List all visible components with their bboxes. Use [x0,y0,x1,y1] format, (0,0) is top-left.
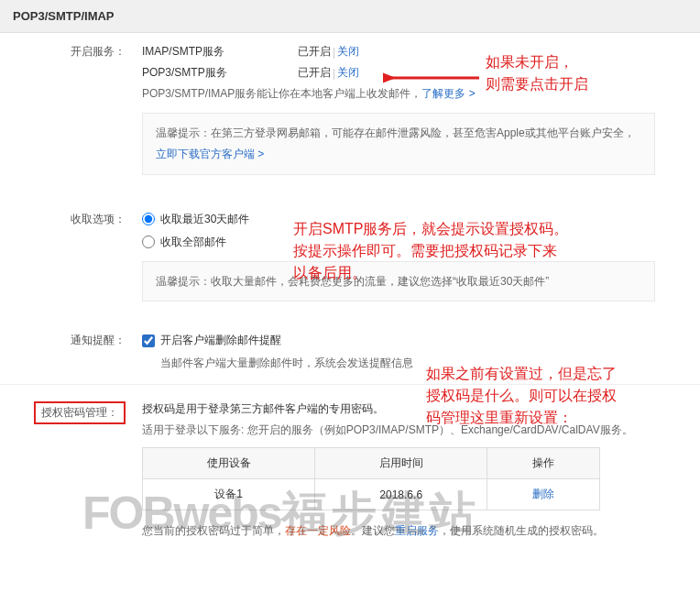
auth-table: 使用设备 启用时间 操作 设备1 2018.6.6 删除 [142,447,600,510]
delete-link[interactable]: 删除 [532,488,554,500]
receive-tip: 温馨提示：收取大量邮件，会耗费您更多的流量，建议您选择“收取最近30天邮件” [142,261,655,302]
receive-label: 收取选项： [0,212,142,302]
table-row: 设备1 2018.6.6 删除 [143,479,600,510]
notify-checkbox-row[interactable]: 开启客户端删除邮件提醒 [142,333,689,348]
separator [0,384,700,385]
notify-subnote: 当邮件客户端大量删除邮件时，系统会发送提醒信息 [160,356,689,371]
page-header: POP3/SMTP/IMAP [0,0,700,33]
auth-line2: 适用于登录以下服务: 您开启的服务（例如POP3/IMAP/SMTP）、Exch… [142,422,689,438]
auth-label-highlight: 授权密码管理： [34,401,126,424]
services-tip: 温馨提示：在第三方登录网易邮箱，可能存在邮件泄露风险，甚至危害Apple或其他平… [142,113,655,175]
divider: | [333,67,335,80]
services-desc: POP3/SMTP/IMAP服务能让你在本地客户端上收发邮件，了解更多 > [142,86,689,102]
download-client-link[interactable]: 立即下载官方客户端 > [156,148,264,160]
divider: | [333,46,335,59]
section-auth: 授权密码管理： 授权码是用于登录第三方邮件客户端的专用密码。 适用于登录以下服务… [0,390,700,539]
section-services: 开启服务： IMAP/SMTP服务 已开启 | 关闭 POP3/SMTP服务 已… [0,33,700,175]
service-status: 已开启 [298,65,331,81]
service-close-link[interactable]: 关闭 [337,65,359,81]
notify-checkbox[interactable] [142,334,155,347]
service-status: 已开启 [298,44,331,60]
restart-service-link[interactable]: 重启服务 [395,524,439,537]
th-action: 操作 [487,448,600,479]
table-header-row: 使用设备 启用时间 操作 [143,448,600,479]
radio-all-input[interactable] [142,236,155,248]
td-time: 2018.6.6 [315,479,487,510]
service-close-link[interactable]: 关闭 [337,44,359,60]
auth-label-col: 授权密码管理： [0,401,142,539]
td-device: 设备1 [143,479,315,510]
auth-footer: 您当前的授权密码过于简单，存在一定风险。建议您重启服务，使用系统随机生成的授权密… [142,523,689,539]
page-title: POP3/SMTP/IMAP [13,9,115,23]
th-time: 启用时间 [315,448,487,479]
section-receive: 收取选项： 收取最近30天邮件 收取全部邮件 温馨提示：收取大量邮件，会耗费您更… [0,201,700,302]
service-row-imap: IMAP/SMTP服务 已开启 | 关闭 [142,44,689,60]
service-row-pop3: POP3/SMTP服务 已开启 | 关闭 [142,65,689,81]
learn-more-link[interactable]: 了解更多 > [421,87,475,100]
service-name: IMAP/SMTP服务 [142,44,298,60]
auth-line1: 授权码是用于登录第三方邮件客户端的专用密码。 [142,401,689,417]
radio-30days[interactable]: 收取最近30天邮件 [142,212,689,227]
services-label: 开启服务： [0,44,142,175]
radio-all[interactable]: 收取全部邮件 [142,235,689,250]
radio-30days-input[interactable] [142,213,155,225]
notify-label: 通知提醒： [0,333,142,371]
section-notify: 通知提醒： 开启客户端删除邮件提醒 当邮件客户端大量删除邮件时，系统会发送提醒信… [0,322,700,371]
service-name: POP3/SMTP服务 [142,65,298,81]
th-device: 使用设备 [143,448,315,479]
